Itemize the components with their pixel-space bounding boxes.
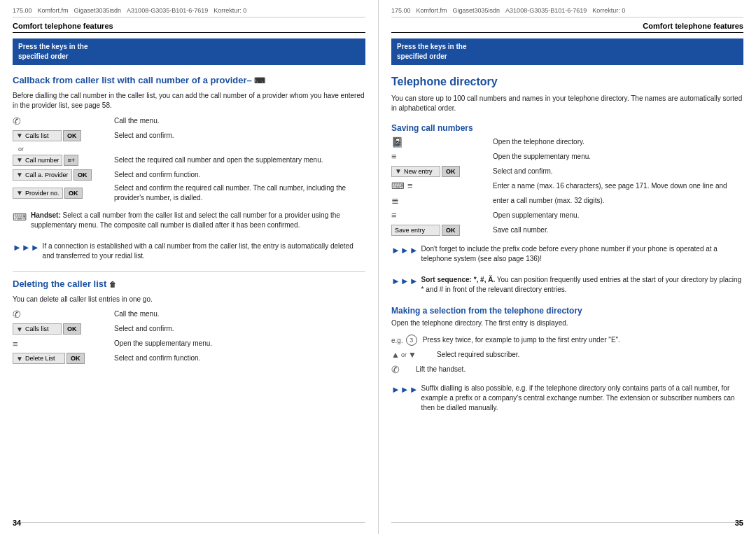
right-key-box-line1: Press the keys in the — [397, 42, 738, 52]
right-page: 175.00 Komfort.fm Gigaset3035isdn A31008… — [378, 0, 756, 534]
save-step-menu-desc: Open the supplementary menu. — [493, 152, 743, 162]
save-step-open-dir: 📓 Open the telephone directory. — [391, 136, 743, 148]
info-note-1: ►►► Don't forget to include the prefix c… — [391, 242, 743, 266]
keyboard-icon: ⌨ — [391, 181, 405, 191]
right-meta-article: A31008-G3035-B101-6-7619 — [505, 7, 587, 14]
step-row-provider-no: ▼ Provider no. OK Select and confirm the… — [13, 183, 365, 203]
left-meta-komfort: Komfort.fm — [38, 7, 69, 14]
selection-step-handset: ✆ Lift the handset. — [391, 363, 743, 376]
right-meta-bar: 175.00 Komfort.fm Gigaset3035isdn A31008… — [391, 7, 743, 14]
left-page: 175.00 Komfort.fm Gigaset3035isdn A31008… — [0, 0, 378, 534]
step-provider-desc: Select and confirm function. — [114, 170, 365, 180]
hash-icon: ≣ — [391, 195, 399, 206]
right-section-title: Comfort telephone features — [391, 22, 743, 33]
left-meta-pagenum: 175.00 — [13, 7, 32, 14]
sort-note: ►►► Sort sequence: *, #, Ä. You can posi… — [391, 273, 743, 297]
delete-step-menu: ✆ Call the menu. — [13, 308, 365, 321]
delete-list-desc: Select and confirm function. — [114, 353, 365, 363]
deleting-intro: You can delete all caller list entries i… — [13, 295, 365, 305]
save-step-open-dir-desc: Open the telephone directory. — [493, 137, 743, 147]
left-key-box-line1: Press the keys in the — [18, 42, 360, 52]
deleting-heading: Deleting the caller list 🗑 — [13, 279, 365, 290]
handset-step-desc: Lift the handset. — [416, 365, 743, 374]
eg-circle-3: 3 — [406, 335, 417, 346]
step-row-calls-list: ▼ Calls list OK Select and confirm. — [13, 129, 365, 142]
handset-lift-icon: ✆ — [391, 364, 400, 375]
info-arrow-icon: ►►► — [13, 242, 40, 253]
save-step-save-entry: Save entry OK Save call number. — [391, 224, 743, 237]
handset-note-icon: ⌨ — [13, 211, 28, 223]
save-step-open-supp-desc: Open supplementary menu. — [493, 211, 743, 220]
right-main-heading: Telephone directory — [391, 75, 743, 90]
or-text: or — [401, 351, 407, 358]
selection-heading: Making a selection from the telephone di… — [391, 306, 743, 316]
handset-note: ⌨ Handset: Select a call number from the… — [13, 209, 365, 232]
right-page-number: 35 — [735, 519, 743, 527]
left-meta-korrektur: Korrektur: 0 — [214, 7, 246, 14]
saving-heading: Saving call numbers — [391, 123, 743, 133]
step-calls-list-desc: Select and confirm. — [114, 131, 365, 141]
menu-icon-right2: ≡ — [407, 181, 413, 191]
delete-calls-list-desc: Select and confirm. — [114, 324, 365, 334]
right-meta-gigaset: Gigaset3035isdn — [453, 7, 500, 14]
delete-step-menu-icon: ≡ Open the supplementary menu. — [13, 337, 365, 350]
delete-step-delete-list: ▼ Delete List OK Select and confirm func… — [13, 352, 365, 365]
eg-label: e.g. — [391, 337, 403, 344]
left-meta-bar: 175.00 Komfort.fm Gigaset3035isdn A31008… — [13, 7, 365, 14]
right-intro-text: You can store up to 100 call numbers and… — [391, 94, 743, 114]
delete-step-calls-list: ▼ Calls list OK Select and confirm. — [13, 323, 365, 335]
save-step-new-entry: ▼ New entry OK Select and confirm. — [391, 165, 743, 178]
phone-book-icon: 📓 — [391, 136, 403, 148]
step-call-number-desc: Select the required call number and open… — [114, 155, 365, 165]
info-note-text: If a connection is established with a ca… — [43, 241, 365, 261]
left-intro-text: Before dialling the call number in the c… — [13, 91, 365, 111]
step-call-menu-desc: Call the menu. — [114, 116, 365, 126]
menu-icon-right3: ≡ — [391, 210, 397, 220]
left-key-box: Press the keys in the specified order — [13, 38, 365, 65]
or-divider: or — [18, 146, 365, 153]
info-arrow-icon-3: ►►► — [391, 384, 419, 395]
phone-icon-1: ✆ — [13, 115, 21, 127]
right-meta-korrektur: Korrektur: 0 — [592, 7, 625, 14]
delete-step-menu-desc: Open the supplementary menu. — [114, 339, 365, 349]
left-meta-gigaset: Gigaset3035isdn — [74, 7, 122, 14]
info-arrow-icon-2: ►►► — [391, 276, 419, 286]
delete-icon: 🗑 — [109, 281, 116, 288]
save-step-enter-name: ⌨ ≡ Enter a name (max. 16 characters), s… — [391, 180, 743, 192]
right-meta-pagenum: 175.00 — [391, 7, 411, 14]
left-meta-article: A31008-G3035-B101-6-7619 — [127, 7, 208, 14]
left-section-title: Comfort telephone features — [13, 22, 365, 33]
step-row-provider: ▼ Call a. Provider OK Select and confirm… — [13, 169, 365, 181]
step-row-call-menu: ✆ Call the menu. — [13, 115, 365, 127]
save-step-new-entry-desc: Select and confirm. — [493, 167, 743, 176]
menu-icon-right: ≡ — [391, 151, 397, 162]
step-row-call-number: ▼ Call number ≡+ Select the required cal… — [13, 154, 365, 167]
selection-step-arrows: ▲ or ▼ Select required subscriber. — [391, 349, 743, 361]
info-note-1-text: Don't forget to include the prefix code … — [421, 244, 743, 264]
suffix-note-text: Suffix dialling is also possible, e.g. i… — [421, 384, 743, 413]
btn-calls-list-label: Calls list — [25, 132, 49, 139]
save-step-open-supp: ≡ Open supplementary menu. — [391, 209, 743, 222]
left-key-box-line2: specified order — [18, 52, 360, 62]
eg-step-desc: Press key twice, for example to jump to … — [423, 335, 743, 345]
menu-icon-left: ≡ — [13, 339, 18, 349]
arrows-step-desc: Select required subscriber. — [437, 350, 743, 360]
arrow-down-icon: ▼ — [408, 350, 416, 360]
delete-step-menu-desc: Call the menu. — [114, 309, 365, 319]
left-main-heading: Callback from caller list with call numb… — [13, 75, 365, 87]
handset-note-text: Handset: Select a call number from the c… — [31, 211, 365, 230]
selection-step-eg: e.g. 3 Press key twice, for example to j… — [391, 334, 743, 346]
right-meta-komfort: Komfort.fm — [416, 7, 447, 14]
phone-icon-2: ✆ — [13, 309, 21, 320]
info-note: ►►► If a connection is established with … — [13, 239, 365, 263]
save-step-save-entry-desc: Save call number. — [493, 225, 743, 235]
info-arrow-icon-1: ►►► — [391, 245, 419, 255]
selection-intro: Open the telephone directory. The first … — [391, 318, 743, 329]
suffix-note: ►►► Suffix dialling is also possible, e.… — [391, 381, 743, 415]
handset-icon-heading: ⌨ — [254, 76, 265, 85]
right-key-box: Press the keys in the specified order — [391, 38, 743, 65]
right-key-box-line2: specified order — [397, 52, 738, 62]
sort-note-text: Sort sequence: *, #, Ä. You can position… — [421, 275, 743, 295]
save-step-menu: ≡ Open the supplementary menu. — [391, 150, 743, 163]
save-step-enter-name-desc: Enter a name (max. 16 characters), see p… — [493, 181, 743, 191]
